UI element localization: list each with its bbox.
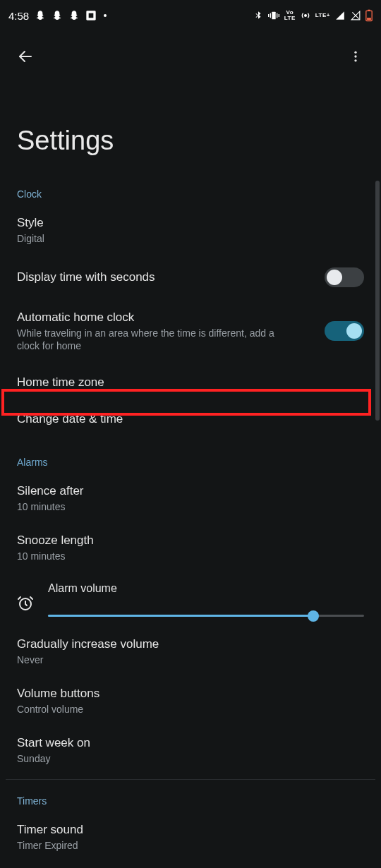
- more-options-button[interactable]: [341, 42, 370, 71]
- setting-value: Control volume: [17, 703, 285, 716]
- slider-thumb[interactable]: [308, 610, 319, 622]
- setting-subtitle: While traveling in an area where the tim…: [17, 327, 285, 352]
- arrow-left-icon: [17, 48, 34, 65]
- section-header-alarms: Alarms: [0, 435, 381, 474]
- section-header-clock: Clock: [0, 177, 381, 205]
- back-button[interactable]: [11, 42, 40, 71]
- svg-point-14: [354, 55, 356, 57]
- svg-rect-10: [368, 10, 370, 11]
- svg-rect-3: [270, 13, 270, 18]
- setting-timer-sound[interactable]: Timer sound Timer Expired: [0, 812, 381, 862]
- slider-fill: [48, 615, 313, 617]
- section-divider: [6, 779, 375, 780]
- switch-display-seconds[interactable]: [325, 267, 364, 287]
- volte-icon: VoLTE: [284, 10, 296, 21]
- slider-label: Alarm volume: [48, 582, 364, 595]
- hotspot-icon: [300, 10, 311, 21]
- setting-title: Snooze length: [17, 533, 364, 548]
- setting-title: Home time zone: [17, 375, 364, 390]
- setting-title: Display time with seconds: [17, 270, 313, 285]
- setting-start-week-on[interactable]: Start week on Sunday: [0, 725, 381, 775]
- svg-rect-5: [268, 14, 269, 17]
- snapchat-icon: [35, 10, 46, 21]
- svg-rect-1: [89, 13, 94, 18]
- status-clock: 4:58: [8, 10, 29, 22]
- setting-change-date-time[interactable]: Change date & time: [0, 403, 381, 435]
- setting-gradually-increase-volume[interactable]: Gradually increase volume Never: [0, 627, 381, 676]
- setting-title: Automatic home clock: [17, 310, 313, 325]
- setting-value: Timer Expired: [17, 839, 285, 852]
- svg-rect-11: [367, 18, 371, 20]
- setting-silence-after[interactable]: Silence after 10 minutes: [0, 474, 381, 523]
- setting-alarm-volume[interactable]: Alarm volume: [0, 572, 381, 627]
- section-header-timers: Timers: [0, 784, 381, 812]
- vibrate-icon: [267, 10, 280, 21]
- setting-value: Never: [17, 653, 285, 666]
- svg-point-15: [354, 59, 356, 61]
- volume-slider[interactable]: [48, 615, 364, 617]
- status-bar: 4:58 VoLTE LTE+: [0, 0, 381, 31]
- setting-title: Gradually increase volume: [17, 637, 364, 652]
- scrollbar[interactable]: [375, 181, 380, 421]
- dot-icon: [104, 14, 107, 17]
- setting-title: Start week on: [17, 735, 364, 751]
- setting-value: 10 minutes: [17, 550, 285, 562]
- setting-value: Sunday: [17, 752, 285, 765]
- snapchat-icon: [68, 10, 80, 21]
- battery-low-icon: [365, 9, 373, 22]
- setting-snooze-length[interactable]: Snooze length 10 minutes: [0, 523, 381, 572]
- signal-icon: [334, 11, 346, 20]
- bluetooth-icon: [253, 10, 263, 21]
- network-type: LTE+: [315, 13, 330, 18]
- setting-title: Silence after: [17, 483, 364, 499]
- svg-point-13: [354, 52, 356, 54]
- setting-title: Volume buttons: [17, 686, 364, 701]
- setting-title: Change date & time: [17, 411, 364, 427]
- svg-rect-2: [272, 12, 275, 20]
- setting-value: 10 minutes: [17, 500, 285, 513]
- svg-rect-4: [277, 13, 277, 18]
- status-right: VoLTE LTE+: [253, 9, 373, 22]
- setting-display-seconds[interactable]: Display time with seconds: [0, 255, 381, 300]
- setting-title: Timer sound: [17, 822, 364, 838]
- more-vert-icon: [349, 49, 363, 64]
- svg-point-7: [304, 15, 306, 17]
- setting-volume-buttons[interactable]: Volume buttons Control volume: [0, 676, 381, 725]
- signal-secondary-icon: [350, 11, 361, 20]
- app-icon: [85, 10, 97, 21]
- setting-auto-home-clock[interactable]: Automatic home clock While traveling in …: [0, 300, 381, 362]
- setting-timer-gradually-increase-volume[interactable]: Gradually increase volume: [0, 862, 381, 868]
- status-left: 4:58: [8, 10, 107, 22]
- setting-title: Style: [17, 215, 364, 231]
- snapchat-icon: [52, 10, 63, 21]
- app-bar: [0, 31, 381, 76]
- setting-style[interactable]: Style Digital: [0, 205, 381, 255]
- setting-home-time-zone[interactable]: Home time zone: [0, 362, 381, 403]
- svg-rect-6: [278, 14, 279, 17]
- setting-value: Digital: [17, 232, 285, 245]
- alarm-clock-icon: [17, 595, 34, 612]
- switch-auto-home-clock[interactable]: [325, 321, 364, 341]
- page-title: Settings: [0, 76, 381, 177]
